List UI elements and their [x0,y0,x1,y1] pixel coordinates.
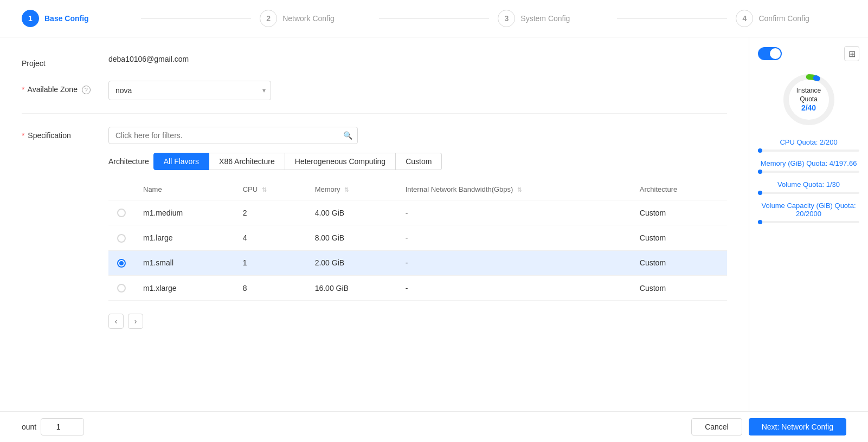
content-area: Project deba10106@gmail.com * Available … [0,37,749,442]
bandwidth-sort-icon: ⇅ [517,186,522,193]
expand-icon[interactable]: ⊞ [844,46,859,61]
quota-panel: ⊞ InstanceQuota 2/40 CPU Quota: 2/200 [749,37,868,442]
step-1-circle: 1 [22,10,39,27]
spec-table: Name CPU ⇅ Memory ⇅ Internal N [108,179,727,301]
cpu-quota-item: CPU Quota: 2/200 [758,138,859,152]
search-input[interactable] [108,127,358,144]
cpu-sort-icon: ⇅ [262,186,267,193]
step-3-label: System Config [520,14,570,23]
footer-actions: Cancel Next: Network Config [691,418,846,435]
step-4-circle: 4 [736,10,753,27]
col-bandwidth[interactable]: Internal Network Bandwidth(Gbps) ⇅ [397,179,631,200]
capacity-quota-bar [758,221,859,223]
cell-memory-m1.medium: 4.00 GiB [306,200,397,225]
count-section: ount [22,418,84,435]
col-architecture: Architecture [631,179,727,200]
cell-memory-m1.large: 8.00 GiB [306,225,397,250]
table-row[interactable]: m1.xlarge 8 16.00 GiB - Custom [108,275,727,300]
spec-row: * Specification 🔍 Architecture All Flavo… [22,127,727,333]
zone-select-wrapper: nova ▾ [108,81,271,100]
next-page-button[interactable]: › [128,314,143,329]
cpu-quota-bar [758,150,859,152]
divider [22,113,727,114]
search-wrapper: 🔍 [108,127,358,144]
cancel-button[interactable]: Cancel [691,418,742,435]
cell-radio-m1.small[interactable] [108,250,134,275]
donut-title: InstanceQuota [796,87,821,103]
donut-label: InstanceQuota 2/40 [796,87,821,112]
step-line-3 [617,18,728,19]
cell-name-m1.medium: m1.medium [134,200,234,225]
table-row[interactable]: m1.small 1 2.00 GiB - Custom [108,250,727,275]
volume-quota-title: Volume Quota: 1/30 [758,180,859,188]
volume-quota-item: Volume Quota: 1/30 [758,180,859,194]
col-memory[interactable]: Memory ⇅ [306,179,397,200]
pagination: ‹ › [108,309,727,333]
step-2: 2 Network Config [260,10,370,27]
cell-cpu-m1.small: 1 [234,250,306,275]
project-label: Project [22,55,108,68]
memory-quota-item: Memory (GiB) Quota: 4/197.66 [758,159,859,173]
step-4-label: Confirm Config [758,14,809,23]
cell-arch-m1.large: Custom [631,225,727,250]
tab-heterogeneous-computing[interactable]: Heterogeneous Computing [285,153,396,170]
cell-memory-m1.xlarge: 16.00 GiB [306,275,397,300]
project-value: deba10106@gmail.com [108,50,189,63]
cell-name-m1.xlarge: m1.xlarge [134,275,234,300]
col-name: Name [134,179,234,200]
row-radio-m1.xlarge[interactable] [117,284,126,292]
capacity-quota-dot [758,220,762,224]
capacity-quota-item: Volume Capacity (GiB) Quota: 20/2000 [758,202,859,223]
step-3-circle: 3 [498,10,515,27]
table-row[interactable]: m1.large 4 8.00 GiB - Custom [108,225,727,250]
col-select [108,179,134,200]
step-line-1 [141,18,252,19]
zone-required-star: * [22,85,24,94]
memory-sort-icon: ⇅ [344,186,349,193]
cell-radio-m1.medium[interactable] [108,200,134,225]
footer: ount Cancel Next: Network Config [0,411,868,442]
count-input[interactable] [41,418,84,435]
cell-radio-m1.xlarge[interactable] [108,275,134,300]
tab-all-flavors[interactable]: All Flavors [153,153,209,170]
cell-bandwidth-m1.medium: - [397,200,631,225]
search-icon: 🔍 [343,131,352,140]
toggle-knob [770,48,781,59]
row-radio-m1.small[interactable] [117,259,126,268]
cell-arch-m1.xlarge: Custom [631,275,727,300]
memory-quota-dot [758,170,762,174]
cell-bandwidth-m1.large: - [397,225,631,250]
zone-label: * Available Zone ? [22,81,108,94]
cell-cpu-m1.xlarge: 8 [234,275,306,300]
zone-help-icon[interactable]: ? [82,86,91,94]
cell-name-m1.small: m1.small [134,250,234,275]
tab-x86-architecture[interactable]: X86 Architecture [209,153,285,170]
cell-arch-m1.small: Custom [631,250,727,275]
table-row[interactable]: m1.medium 2 4.00 GiB - Custom [108,200,727,225]
tab-custom[interactable]: Custom [396,153,442,170]
count-label: ount [22,422,36,431]
volume-quota-bar [758,192,859,194]
zone-select[interactable]: nova [108,81,271,100]
quota-toggle[interactable] [758,47,782,60]
row-radio-m1.large[interactable] [117,234,126,243]
cell-bandwidth-m1.xlarge: - [397,275,631,300]
row-radio-m1.medium[interactable] [117,209,126,217]
arch-tabs: Architecture All Flavors X86 Architectur… [108,153,727,170]
step-2-label: Network Config [282,14,335,23]
cell-radio-m1.large[interactable] [108,225,134,250]
memory-quota-bar [758,171,859,173]
step-3: 3 System Config [498,10,608,27]
cell-memory-m1.small: 2.00 GiB [306,250,397,275]
col-cpu[interactable]: CPU ⇅ [234,179,306,200]
table-body: m1.medium 2 4.00 GiB - Custom m1.large 4… [108,200,727,301]
prev-page-button[interactable]: ‹ [108,314,124,329]
step-1: 1 Base Config [22,10,132,27]
donut-container: InstanceQuota 2/40 [758,70,859,129]
next-button[interactable]: Next: Network Config [749,418,846,435]
spec-section: 🔍 Architecture All Flavors X86 Architect… [108,127,727,333]
memory-quota-title: Memory (GiB) Quota: 4/197.66 [758,159,859,167]
step-line-2 [379,18,490,19]
cell-name-m1.large: m1.large [134,225,234,250]
cell-arch-m1.medium: Custom [631,200,727,225]
